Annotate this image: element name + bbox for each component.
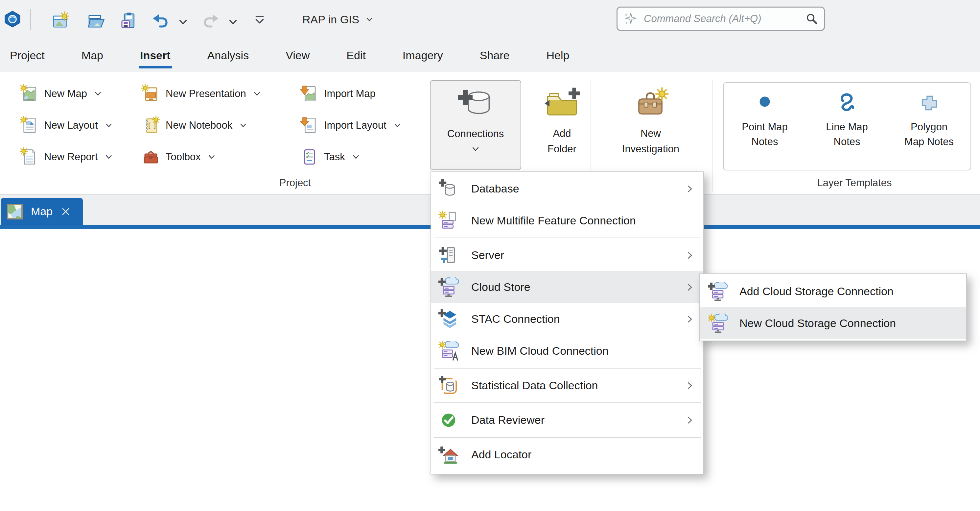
connections-button[interactable]: Connections	[430, 80, 521, 170]
new-layout-button[interactable]: New Layout	[20, 115, 113, 136]
add-folder-icon	[542, 85, 581, 123]
server-icon	[438, 245, 459, 265]
chevron-down-icon	[105, 153, 113, 161]
customize-toolbar-icon	[252, 12, 267, 29]
new-report-button[interactable]: New Report	[20, 147, 113, 168]
new-notebook-button[interactable]: New Notebook	[141, 115, 247, 136]
bim-cloud-connection-icon	[438, 341, 459, 361]
chevron-down-icon	[177, 16, 189, 28]
new-presentation-icon	[141, 84, 161, 103]
line-map-notes-button[interactable]: Line Map Notes	[806, 91, 888, 170]
new-cloud-storage-connection-icon	[708, 314, 728, 333]
redo-icon	[201, 11, 220, 31]
new-investigation-button[interactable]: New Investigation	[611, 80, 691, 156]
ribbon-tab-bar: Project Map Insert Analysis View Edit Im…	[0, 39, 980, 72]
menu-divider	[434, 238, 701, 238]
app-logo-button[interactable]	[4, 9, 21, 29]
new-map-button[interactable]: New Map	[20, 83, 102, 104]
tab-map[interactable]: Map	[81, 49, 103, 62]
chevron-down-icon	[94, 89, 102, 98]
chevron-right-icon	[684, 413, 695, 427]
menu-divider	[434, 368, 701, 369]
line-map-notes-icon	[836, 92, 858, 114]
task-icon	[300, 147, 319, 166]
search-icon[interactable]	[805, 12, 819, 26]
multifile-feature-connection-icon	[438, 211, 459, 231]
tab-analysis[interactable]: Analysis	[207, 49, 249, 62]
polygon-map-notes-button[interactable]: Polygon Map Notes	[888, 91, 970, 170]
chevron-right-icon	[684, 312, 695, 326]
stac-connection-icon	[438, 309, 459, 329]
chevron-down-icon	[228, 16, 239, 28]
command-search-box[interactable]	[617, 6, 825, 31]
cloud-store-icon	[438, 277, 459, 297]
tab-view[interactable]: View	[286, 49, 310, 62]
database-icon	[438, 179, 459, 199]
submenu-item-new-cloud-storage-connection[interactable]: New Cloud Storage Connection	[700, 307, 966, 339]
new-report-icon	[20, 147, 39, 166]
tab-imagery[interactable]: Imagery	[402, 49, 443, 62]
redo-button[interactable]	[201, 11, 220, 31]
import-layout-icon	[300, 116, 319, 135]
tab-edit[interactable]: Edit	[346, 49, 366, 62]
menu-item-data-reviewer[interactable]: Data Reviewer	[431, 404, 703, 436]
save-project-button[interactable]	[119, 11, 138, 31]
map-view-tab[interactable]: Map	[1, 198, 83, 225]
import-map-icon	[300, 84, 319, 103]
menu-item-statistical-data-collection[interactable]: Statistical Data Collection	[431, 369, 703, 401]
polygon-map-notes-icon	[918, 92, 940, 114]
menu-item-new-multifile-feature-connection[interactable]: New Multifile Feature Connection	[431, 204, 703, 236]
import-map-button[interactable]: Import Map	[300, 83, 375, 104]
chevron-down-icon	[352, 153, 360, 161]
open-project-button[interactable]	[87, 11, 105, 31]
layer-templates-group-label: Layer Templates	[772, 177, 937, 189]
undo-button[interactable]	[152, 11, 170, 31]
command-search-input[interactable]	[643, 13, 800, 25]
submenu-item-add-cloud-storage-connection[interactable]: Add Cloud Storage Connection	[700, 275, 966, 307]
tab-help[interactable]: Help	[546, 49, 569, 62]
chevron-right-icon	[684, 379, 695, 393]
chevron-right-icon	[684, 248, 695, 262]
toolbox-button[interactable]: Toolbox	[141, 147, 216, 168]
chevron-down-icon	[393, 121, 402, 129]
group-divider	[712, 80, 713, 192]
tab-project[interactable]: Project	[10, 49, 45, 62]
new-project-button[interactable]	[51, 11, 70, 31]
chevron-down-icon	[365, 15, 374, 24]
undo-dropdown-button[interactable]	[177, 16, 189, 28]
new-notebook-icon	[141, 116, 161, 135]
toolbox-icon	[141, 147, 161, 166]
menu-item-database[interactable]: Database	[431, 173, 703, 204]
point-map-notes-icon	[754, 92, 776, 114]
arcgis-pro-logo-icon	[4, 9, 21, 29]
arcgis-pro-window: RAP in GIS Project Map Insert Analysis V…	[0, 0, 980, 511]
customize-quick-access-toolbar-button[interactable]	[252, 12, 267, 29]
new-presentation-button[interactable]: New Presentation	[141, 83, 261, 104]
add-folder-button[interactable]: Add Folder	[530, 80, 594, 156]
menu-item-stac-connection[interactable]: STAC Connection	[431, 303, 703, 335]
task-button[interactable]: Task	[300, 147, 360, 168]
point-map-notes-button[interactable]: Point Map Notes	[724, 91, 806, 170]
statistical-data-collection-icon	[438, 375, 459, 396]
layer-templates-gallery: Point Map Notes Line Map Notes Polygon M…	[723, 82, 971, 171]
menu-item-new-bim-cloud-connection[interactable]: New BIM Cloud Connection	[431, 335, 703, 367]
map-thumbnail-icon	[6, 203, 23, 220]
add-locator-icon	[438, 444, 459, 465]
connections-database-icon	[456, 86, 495, 125]
menu-divider	[434, 437, 701, 438]
menu-item-server[interactable]: Server	[431, 239, 703, 271]
tab-insert[interactable]: Insert	[140, 49, 170, 62]
redo-dropdown-button[interactable]	[228, 16, 239, 28]
menu-item-add-locator[interactable]: Add Locator	[431, 439, 703, 471]
new-project-icon	[51, 11, 70, 31]
new-map-icon	[20, 84, 39, 103]
chevron-down-icon	[471, 144, 480, 154]
tab-share[interactable]: Share	[480, 49, 510, 62]
close-icon[interactable]	[60, 206, 71, 217]
add-cloud-storage-connection-icon	[708, 282, 728, 302]
menu-item-cloud-store[interactable]: Cloud Store	[431, 271, 703, 303]
chevron-right-icon	[684, 182, 695, 196]
project-title-dropdown[interactable]: RAP in GIS	[302, 11, 374, 28]
cloud-store-submenu: Add Cloud Storage Connection New Cloud S…	[699, 273, 967, 341]
import-layout-button[interactable]: Import Layout	[300, 115, 402, 136]
